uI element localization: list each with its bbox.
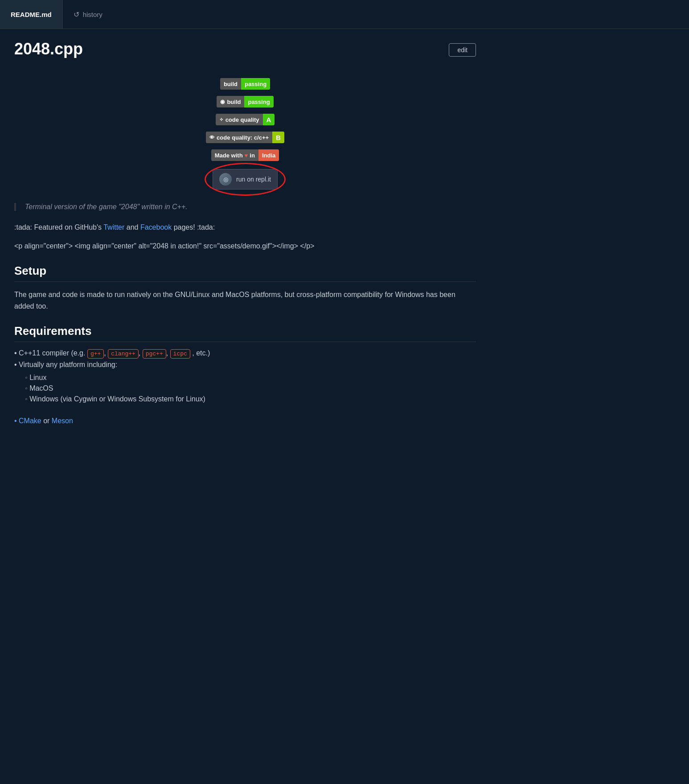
badge-build-2-left: ◉ build [217, 96, 244, 107]
badge-made-left: Made with ♥ in [211, 149, 258, 161]
badge-build-1[interactable]: build passing [220, 78, 270, 90]
tab-readme[interactable]: README.md [0, 0, 63, 29]
badge-code-quality-a[interactable]: ✧ code quality A [216, 114, 275, 125]
setup-heading: Setup [14, 264, 476, 282]
heart-icon: ♥ [245, 152, 248, 159]
badge-cqcpp-left: 👁 code quality: c/c++ [206, 132, 272, 143]
platform-item: Virtually any platform including: Linux … [14, 359, 476, 410]
cmake-item: CMake or Meson [14, 415, 476, 427]
badge-cqcpp-right: B [272, 132, 284, 143]
meson-link[interactable]: Meson [52, 417, 73, 425]
replit-badge-wrapper: ◎ run on repl.it [213, 169, 278, 190]
tab-history[interactable]: ↺ history [63, 0, 113, 29]
badge-cqa-left-text: code quality [226, 116, 259, 123]
circle-icon: ◉ [220, 99, 225, 105]
replit-badge-container: ◎ run on repl.it [213, 169, 278, 190]
badge-build-plain: build passing [220, 78, 270, 90]
badge-made-right: India [258, 149, 279, 161]
compiler-suffix: , etc.) [192, 349, 210, 357]
setup-para: The game and code is made to run nativel… [14, 289, 476, 312]
tada-middle: and [127, 223, 140, 231]
badge-cqcpp-inner: 👁 code quality: c/c++ B [206, 132, 284, 143]
replit-logo-char: ◎ [223, 176, 228, 183]
badge-cqcpp-left-text: code quality: c/c++ [217, 134, 269, 141]
replit-badge-text: run on repl.it [236, 176, 271, 183]
platform-macos: MacOS [25, 383, 476, 394]
badge-build-2-right: passing [244, 96, 273, 107]
code-pgcpp: pgc++ [143, 349, 166, 359]
badge-build-1-right: passing [241, 78, 270, 90]
badge-build-2[interactable]: ◉ build passing [217, 96, 273, 107]
blockquote: Terminal version of the game "2048" writ… [14, 203, 476, 211]
tada-suffix: pages! :tada: [174, 223, 215, 231]
made-with-text: Made with [215, 152, 243, 159]
tab-bar: README.md ↺ history [0, 0, 689, 29]
compiler-prefix: C++11 compiler (e.g. [19, 349, 87, 357]
replit-logo-icon: ◎ [219, 173, 232, 186]
cmake-or: or [43, 417, 52, 425]
made-with-in: in [250, 152, 255, 159]
platform-linux: Linux [25, 372, 476, 383]
code-gpp: g++ [87, 349, 104, 359]
badge-cqa-inner: ✧ code quality A [216, 114, 275, 125]
tab-readme-label: README.md [11, 11, 52, 18]
facebook-link[interactable]: Facebook [140, 223, 172, 231]
spinner-icon: ✧ [219, 117, 223, 123]
html-raw-text: <p align="center"> <img align="center" a… [14, 242, 314, 250]
requirements-list: C++11 compiler (e.g. g++, clang++, pgc++… [14, 347, 476, 410]
eye-icon: 👁 [209, 135, 214, 140]
badge-build-icon: ◉ build passing [217, 96, 273, 107]
badge-build-1-left: build [220, 78, 241, 90]
twitter-link[interactable]: Twitter [103, 223, 124, 231]
edit-button[interactable]: edit [449, 43, 476, 57]
badge-code-quality-cpp[interactable]: 👁 code quality: c/c++ B [206, 132, 284, 143]
compiler-item: C++11 compiler (e.g. g++, clang++, pgc++… [14, 347, 476, 359]
tab-history-label: history [83, 11, 103, 18]
badge-made-inner: Made with ♥ in India [211, 149, 279, 161]
header-row: 2048.cpp edit [14, 40, 476, 69]
code-icpc: icpc [170, 349, 190, 359]
badge-build-2-left-text: build [227, 99, 241, 105]
history-icon: ↺ [74, 10, 79, 19]
blockquote-text: Terminal version of the game "2048" writ… [25, 203, 188, 210]
code-clangpp: clang++ [108, 349, 139, 359]
tada-paragraph: :tada: Featured on GitHub's Twitter and … [14, 222, 476, 233]
badge-cqa-right: A [263, 114, 275, 125]
main-content: 2048.cpp edit build passing ◉ build pass… [0, 29, 490, 443]
html-raw-para: <p align="center"> <img align="center" a… [14, 240, 476, 252]
badge-made-with[interactable]: Made with ♥ in India [211, 149, 279, 161]
badges-area: build passing ◉ build passing ✧ code qua… [14, 78, 476, 190]
tada-prefix: :tada: Featured on GitHub's [14, 223, 103, 231]
platform-prefix: Virtually any platform including: [19, 361, 117, 368]
platform-windows: Windows (via Cygwin or Windows Subsystem… [25, 394, 476, 404]
cmake-list: CMake or Meson [14, 415, 476, 427]
badge-cqa-left: ✧ code quality [216, 114, 263, 125]
page-title: 2048.cpp [14, 40, 83, 58]
platforms-sublist: Linux MacOS Windows (via Cygwin or Windo… [25, 372, 476, 404]
requirements-heading: Requirements [14, 324, 476, 342]
cmake-link[interactable]: CMake [19, 417, 41, 425]
replit-badge[interactable]: ◎ run on repl.it [213, 169, 278, 190]
